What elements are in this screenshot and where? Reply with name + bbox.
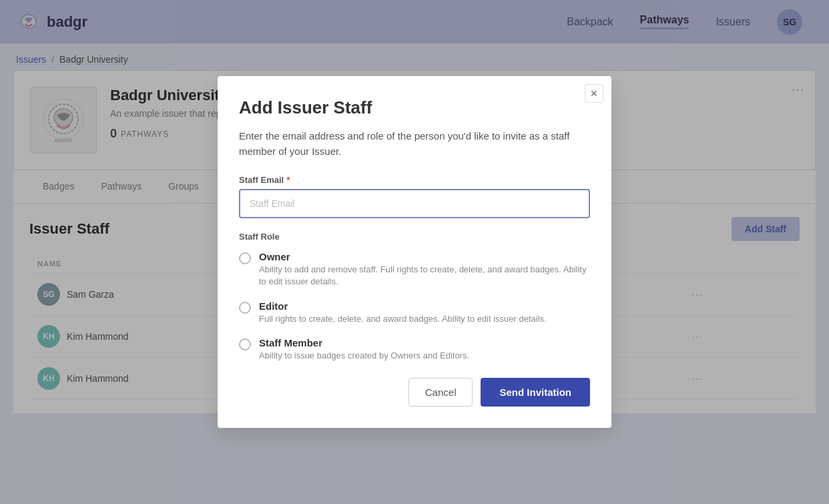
role-radio-editor[interactable] [239, 302, 251, 314]
role-desc-editor: Full rights to create, delete, and award… [259, 313, 547, 325]
role-text-staff_member: Staff Member Ability to issue badges cre… [259, 337, 469, 362]
modal-overlay[interactable]: ✕ Add Issuer Staff Enter the email addre… [0, 0, 829, 504]
role-option-staff_member: Staff Member Ability to issue badges cre… [239, 337, 590, 362]
close-icon: ✕ [590, 88, 598, 99]
role-option-editor: Editor Full rights to create, delete, an… [239, 300, 590, 325]
email-label: Staff Email * [239, 175, 590, 185]
roles-container: Owner Ability to add and remove staff. F… [239, 251, 590, 362]
role-radio-staff_member[interactable] [239, 338, 251, 350]
role-section-label: Staff Role [239, 232, 590, 242]
role-desc-staff_member: Ability to issue badges created by Owner… [259, 350, 469, 362]
role-radio-owner[interactable] [239, 252, 251, 264]
role-name-staff_member: Staff Member [259, 337, 469, 348]
role-name-editor: Editor [259, 300, 547, 312]
send-invitation-button[interactable]: Send Invitation [481, 378, 590, 407]
modal-description: Enter the email address and role of the … [239, 129, 590, 159]
add-staff-modal: ✕ Add Issuer Staff Enter the email addre… [218, 76, 611, 428]
cancel-button[interactable]: Cancel [408, 378, 473, 407]
role-text-editor: Editor Full rights to create, delete, an… [259, 300, 547, 325]
required-star: * [286, 175, 290, 185]
role-option-owner: Owner Ability to add and remove staff. F… [239, 251, 590, 288]
modal-title: Add Issuer Staff [239, 97, 590, 118]
modal-close-button[interactable]: ✕ [585, 84, 603, 103]
staff-email-input[interactable] [239, 189, 590, 218]
role-name-owner: Owner [259, 251, 590, 262]
role-desc-owner: Ability to add and remove staff. Full ri… [259, 264, 590, 288]
role-text-owner: Owner Ability to add and remove staff. F… [259, 251, 590, 288]
modal-footer: Cancel Send Invitation [239, 378, 590, 407]
